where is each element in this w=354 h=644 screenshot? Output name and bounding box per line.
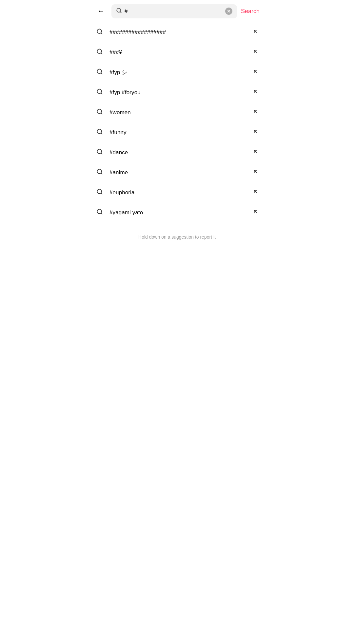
- suggestion-text: #yagami yato: [109, 209, 247, 216]
- list-item[interactable]: #fyp #foryou: [88, 82, 266, 102]
- list-item[interactable]: #funny: [88, 122, 266, 142]
- search-box: ✕: [111, 4, 237, 18]
- arrow-upleft-icon: [252, 108, 259, 117]
- svg-line-25: [254, 170, 257, 173]
- suggestion-text: ##################: [109, 29, 247, 36]
- svg-line-1: [120, 11, 121, 12]
- svg-line-28: [254, 190, 257, 193]
- search-icon: [95, 68, 104, 76]
- arrow-upleft-icon: [252, 88, 259, 97]
- svg-line-18: [101, 133, 102, 134]
- svg-line-19: [254, 130, 257, 133]
- arrow-upleft-icon: [252, 168, 259, 177]
- suggestion-text: #fyp #foryou: [109, 89, 247, 96]
- search-icon: [95, 208, 104, 217]
- svg-line-30: [101, 213, 102, 214]
- suggestion-text: #women: [109, 109, 247, 116]
- list-item[interactable]: #fyp シ: [88, 62, 266, 82]
- svg-line-9: [101, 73, 102, 74]
- suggestion-text: #euphoria: [109, 189, 247, 196]
- search-icon: [116, 8, 122, 15]
- svg-line-10: [254, 70, 257, 73]
- search-icon: [95, 168, 104, 177]
- back-button[interactable]: ←: [94, 4, 108, 18]
- search-input[interactable]: [125, 8, 223, 14]
- suggestions-list: ################## ###¥: [88, 22, 266, 223]
- search-icon: [95, 88, 104, 97]
- search-icon: [95, 148, 104, 157]
- svg-line-13: [254, 90, 257, 93]
- svg-line-15: [101, 113, 102, 114]
- search-icon: [95, 28, 104, 36]
- clear-button[interactable]: ✕: [225, 8, 232, 15]
- arrow-upleft-icon: [252, 128, 259, 137]
- list-item[interactable]: ###¥: [88, 42, 266, 62]
- suggestion-text: #dance: [109, 149, 247, 156]
- svg-line-31: [254, 210, 257, 213]
- arrow-upleft-icon: [252, 48, 259, 56]
- suggestion-text: #fyp シ: [109, 69, 247, 76]
- search-button[interactable]: Search: [240, 7, 260, 16]
- svg-line-16: [254, 110, 257, 113]
- svg-line-6: [101, 53, 102, 54]
- list-item[interactable]: #women: [88, 102, 266, 122]
- list-item[interactable]: #yagami yato: [88, 203, 266, 223]
- back-arrow-icon: ←: [97, 8, 105, 15]
- list-item[interactable]: ##################: [88, 22, 266, 42]
- svg-line-21: [101, 153, 102, 154]
- arrow-upleft-icon: [252, 208, 259, 217]
- suggestion-text: #anime: [109, 169, 247, 176]
- suggestion-text: #funny: [109, 129, 247, 136]
- svg-line-3: [101, 33, 102, 34]
- arrow-upleft-icon: [252, 68, 259, 76]
- search-icon: [95, 128, 104, 137]
- hint-text: Hold down on a suggestion to report it: [88, 225, 266, 249]
- search-icon: [95, 108, 104, 117]
- search-icon: [95, 48, 104, 56]
- header: ← ✕ Search: [88, 0, 266, 22]
- clear-icon: ✕: [227, 9, 230, 13]
- svg-line-24: [101, 173, 102, 174]
- arrow-upleft-icon: [252, 188, 259, 197]
- svg-line-7: [254, 50, 257, 53]
- list-item[interactable]: #euphoria: [88, 182, 266, 203]
- arrow-upleft-icon: [252, 28, 259, 36]
- svg-line-12: [101, 93, 102, 94]
- list-item[interactable]: #dance: [88, 142, 266, 162]
- suggestion-text: ###¥: [109, 49, 247, 56]
- arrow-upleft-icon: [252, 148, 259, 157]
- svg-line-4: [254, 30, 257, 33]
- svg-line-27: [101, 193, 102, 194]
- svg-line-22: [254, 150, 257, 153]
- search-icon: [95, 188, 104, 197]
- list-item[interactable]: #anime: [88, 162, 266, 182]
